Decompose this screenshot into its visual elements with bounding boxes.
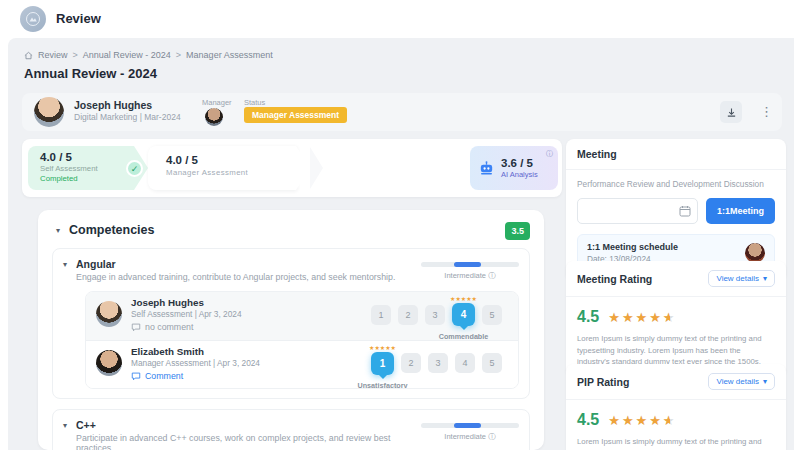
rating-option-2[interactable]: 2: [398, 305, 418, 325]
home-icon[interactable]: [24, 51, 33, 60]
level-progress-bar: [421, 262, 519, 267]
rating-scale: 1 2 3 ★★★★★ 4 Commendable 5: [371, 303, 506, 326]
meeting-card: Meeting Performance Review and Developme…: [566, 139, 786, 281]
manager-avatar: [205, 108, 223, 126]
ai-analysis-label: AI Analysis: [501, 170, 538, 179]
assessment-row-manager: Elizabeth Smith Manager Assessment | Apr…: [86, 340, 518, 388]
no-comment-button[interactable]: no comment: [131, 322, 242, 332]
level-label: Intermediate: [444, 271, 486, 280]
competency-name: C++: [76, 419, 412, 431]
app-logo-icon: [20, 6, 46, 32]
self-assessment-score: 4.0 / 5: [40, 151, 134, 163]
assessor-avatar: [96, 301, 122, 327]
self-assessment-status: Completed: [40, 174, 134, 183]
competency-angular: ▾ Angular Engage in advanced training, c…: [52, 248, 530, 399]
breadcrumb-item-manager-assessment[interactable]: Manager Assessment: [186, 50, 273, 60]
review-app: Review Review > Annual Review - 2024 > M…: [0, 0, 800, 450]
schedule-avatar: [745, 243, 765, 263]
star-rating-icon: ★★★★★ ★★★★★: [608, 311, 676, 324]
comment-button[interactable]: Comment: [131, 371, 260, 381]
breadcrumb-item-review[interactable]: Review: [38, 50, 68, 60]
level-label: Intermediate: [444, 432, 486, 441]
download-icon: [726, 107, 737, 118]
more-options-icon[interactable]: ⋮: [760, 104, 772, 119]
competencies-score-badge: 3.5: [505, 222, 530, 240]
completed-check-icon: ✓: [126, 160, 143, 177]
competency-name: Angular: [76, 258, 395, 270]
assessment-steps: 4.0 / 5 Self Assessment Completed ✓ 4.0 …: [22, 139, 562, 197]
level-progress-bar: [421, 423, 519, 428]
rating-option-2[interactable]: 2: [401, 353, 421, 373]
competency-cpp: ▾ C++ Participate in advanced C++ course…: [52, 409, 530, 450]
employee-name: Joseph Hughes: [74, 99, 152, 111]
assessment-row-self: Joseph Hughes Self Assessment | Apr 3, 2…: [86, 292, 518, 340]
star-rating-icon: ★★★★★ ★★★★★: [608, 414, 676, 427]
status-label: Status: [244, 98, 265, 107]
meeting-rating-description: Lorem Ipsum is simply dummy text of the …: [577, 333, 775, 368]
meeting-rating-score: 4.5: [577, 308, 599, 326]
assessments-list: Joseph Hughes Self Assessment | Apr 3, 2…: [85, 291, 519, 389]
level-info-icon[interactable]: ⓘ: [488, 271, 496, 280]
calendar-icon[interactable]: [679, 205, 691, 217]
pip-rating-description: Lorem Ipsum is simply dummy text of the …: [577, 436, 775, 450]
ai-analysis-card: 3.6 / 5 AI Analysis ⓘ: [470, 146, 558, 190]
competencies-header: ▾ Competencies 3.5: [38, 210, 544, 248]
competency-description: Participate in advanced C++ courses, wor…: [76, 433, 412, 450]
top-bar: Review: [0, 0, 800, 38]
ai-analysis-score: 3.6 / 5: [501, 157, 538, 169]
breadcrumb-item-annual-review[interactable]: Annual Review - 2024: [83, 50, 171, 60]
download-button[interactable]: [720, 101, 742, 123]
robot-icon: [478, 160, 495, 177]
breadcrumb-separator: >: [176, 50, 181, 60]
employee-avatar: [34, 97, 64, 127]
ai-info-icon[interactable]: ⓘ: [546, 149, 553, 159]
self-assessment-step[interactable]: 4.0 / 5 Self Assessment Completed: [28, 146, 134, 190]
breadcrumb: Review > Annual Review - 2024 > Manager …: [24, 50, 273, 60]
rating-option-1-selected[interactable]: ★★★★★ 1 Unsatisfactory: [371, 352, 394, 375]
next-step-chevron: [310, 147, 323, 189]
assessor-name: Elizabeth Smith: [131, 346, 260, 357]
rating-label: Commendable: [439, 332, 489, 341]
competencies-card: ▾ Competencies 3.5 ▾ Angular Engage in a…: [38, 210, 544, 450]
rating-option-5[interactable]: 5: [482, 305, 502, 325]
assessor-avatar: [96, 350, 122, 376]
rating-option-3[interactable]: 3: [425, 305, 445, 325]
cpp-collapse-icon[interactable]: ▾: [63, 421, 67, 450]
rating-option-4[interactable]: 4: [455, 353, 475, 373]
meeting-rating-card: Meeting Rating View details ▾ 4.5 ★★★★★ …: [566, 261, 786, 377]
rating-scale: ★★★★★ 1 Unsatisfactory 2 3 4 5: [371, 352, 506, 375]
chevron-down-icon: ▾: [763, 274, 767, 283]
page-title: Annual Review - 2024: [24, 66, 157, 81]
rating-label: Unsatisfactory: [358, 381, 408, 390]
rating-option-5[interactable]: 5: [482, 353, 502, 373]
meeting-rating-view-details-button[interactable]: View details ▾: [708, 270, 775, 287]
employee-summary-card: Joseph Hughes Digital Marketing | Mar-20…: [22, 93, 782, 131]
manager-label: Manager: [202, 98, 232, 107]
competencies-collapse-icon[interactable]: ▾: [56, 226, 60, 235]
pip-rating-score: 4.5: [577, 411, 599, 429]
assessment-meta: Manager Assessment | Apr 3, 2024: [131, 358, 260, 368]
comment-icon: [131, 371, 141, 381]
breadcrumb-separator: >: [73, 50, 78, 60]
manager-assessment-score: 4.0 / 5: [166, 154, 296, 166]
angular-collapse-icon[interactable]: ▾: [63, 260, 67, 282]
self-assessment-label: Self Assessment: [40, 164, 134, 173]
pip-rating-view-details-button[interactable]: View details ▾: [708, 373, 775, 390]
status-badge: Manager Assessment: [244, 107, 347, 123]
mini-stars-icon: ★★★★★: [369, 344, 396, 351]
schedule-title: 1:1 Meeting schedule: [587, 242, 678, 252]
meeting-date-input[interactable]: [577, 198, 698, 224]
employee-subtitle: Digital Marketing | Mar-2024: [74, 112, 181, 122]
rating-option-4-selected[interactable]: ★★★★★ 4 Commendable: [452, 303, 475, 326]
rating-option-1[interactable]: 1: [371, 305, 391, 325]
chevron-down-icon: ▾: [763, 377, 767, 386]
level-info-icon[interactable]: ⓘ: [488, 432, 496, 441]
rating-option-3[interactable]: 3: [428, 353, 448, 373]
comment-icon: [131, 322, 141, 332]
pip-rating-title: PIP Rating: [577, 376, 629, 388]
one-on-one-meeting-button[interactable]: 1:1Meeting: [706, 198, 775, 224]
pip-rating-card: PIP Rating View details ▾ 4.5 ★★★★★ ★★★★…: [566, 364, 786, 450]
assessment-meta: Self Assessment | Apr 3, 2024: [131, 309, 242, 319]
competency-description: Engage in advanced training, contribute …: [76, 272, 395, 282]
manager-assessment-step[interactable]: 4.0 / 5 Manager Assessment: [148, 146, 296, 190]
